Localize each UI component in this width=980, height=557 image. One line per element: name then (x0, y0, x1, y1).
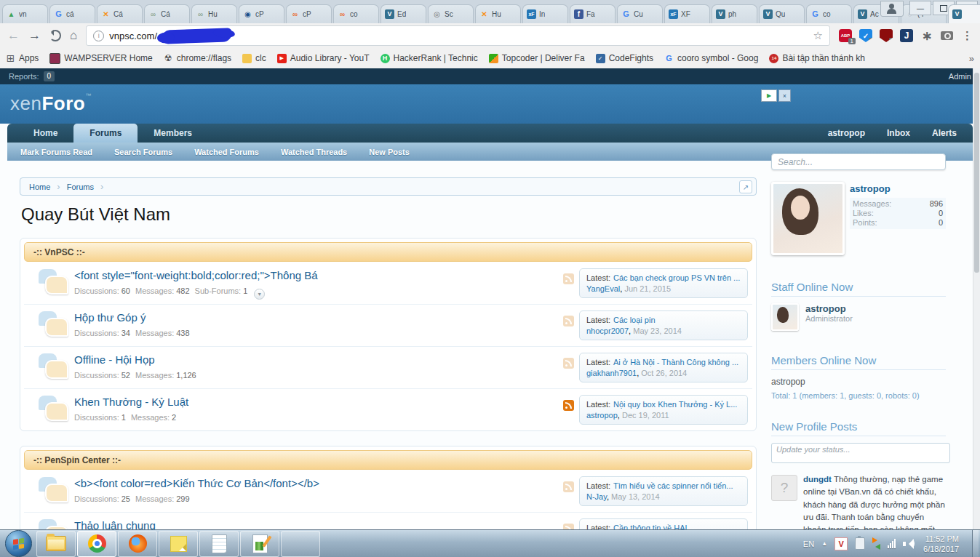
taskbar-journal-button[interactable] (240, 531, 279, 557)
browser-tab[interactable]: VEd (381, 4, 426, 23)
browser-tab[interactable]: ◉cP (239, 4, 284, 23)
bookmark-item[interactable]: WAMPSERVER Home (49, 53, 152, 64)
staff-username[interactable]: astropop (805, 303, 853, 314)
browser-tab[interactable]: ∞Cá (144, 4, 190, 23)
overflow-chevron-icon[interactable]: » (969, 53, 974, 64)
category-header[interactable]: -:: VnPSC ::- (24, 242, 752, 262)
profile-post-author[interactable]: dungdt (803, 475, 832, 484)
hidden-icons-arrow[interactable]: ▲ (821, 540, 827, 547)
bookmark-item[interactable]: ☢chrome://flags (164, 53, 231, 63)
bookmark-item[interactable]: ▶Audio Library - YouT (277, 53, 370, 63)
reload-icon[interactable] (49, 30, 61, 41)
rss-icon[interactable] (563, 273, 574, 284)
forum-title-link[interactable]: <font style="font-weight:bold;color:red;… (74, 269, 318, 281)
latest-user-link[interactable]: giakhanh7901 (586, 369, 637, 377)
browser-tab[interactable]: xFXF (664, 4, 710, 23)
language-indicator[interactable]: EN (803, 540, 814, 548)
forward-icon[interactable]: → (28, 28, 41, 43)
subforum-dropdown-icon[interactable]: ▼ (254, 289, 265, 300)
latest-thread-link[interactable]: Cần thông tin về HAL (613, 524, 690, 529)
browser-tab[interactable]: V× (948, 4, 980, 23)
rss-icon[interactable] (563, 358, 574, 369)
forum-title-link[interactable]: <b><font color=red>Kiến Thức Cơ Bản</fon… (74, 477, 319, 489)
home-icon[interactable]: ⌂ (70, 28, 77, 43)
signal-strength-icon[interactable] (888, 539, 896, 548)
status-update-input[interactable] (771, 443, 950, 463)
bookmark-item[interactable]: Topcoder | Deliver Fa (489, 53, 585, 63)
browser-tab[interactable]: xFIn (522, 4, 568, 23)
clock[interactable]: 11:52 PM 6/18/2017 (923, 534, 959, 554)
category-header[interactable]: -:: PenSpin Center ::- (24, 450, 752, 470)
browser-tab[interactable]: Gcá (49, 4, 95, 23)
nav-tab-home[interactable]: Home (17, 124, 73, 143)
ad-play-icon[interactable]: ▶ (761, 89, 777, 102)
question-avatar-icon[interactable]: ? (771, 475, 797, 501)
subnav-link[interactable]: New Posts (369, 148, 410, 156)
ublock-icon[interactable]: 3 (880, 29, 893, 42)
taskbar-chrome-button[interactable] (77, 531, 116, 557)
nav-link-inbox[interactable]: Inbox (887, 128, 910, 138)
search-input[interactable] (771, 153, 946, 170)
vietkey-icon[interactable]: V (834, 537, 848, 550)
member-name-link[interactable]: astropop (771, 377, 946, 387)
breadcrumb-expand-icon[interactable]: ↗ (739, 180, 752, 193)
latest-user-link[interactable]: N-Jay (586, 492, 607, 501)
start-button[interactable] (5, 530, 32, 557)
page-scrollbar[interactable] (973, 68, 980, 529)
address-bar[interactable]: i vnpsc.com/ ☆ (86, 25, 830, 46)
latest-thread-link[interactable]: Nội quy box Khen Thưởng - Kỷ L... (613, 400, 737, 409)
ad-close-icon[interactable]: × (778, 89, 791, 102)
avatar[interactable] (771, 303, 799, 331)
show-desktop-button[interactable] (972, 530, 979, 557)
browser-menu-icon[interactable]: ⋮ (962, 29, 973, 42)
volume-icon[interactable] (903, 539, 915, 549)
subnav-link[interactable]: Watched Forums (194, 148, 259, 156)
browser-tab[interactable]: ◎Sc (428, 4, 474, 23)
subnav-link[interactable]: Search Forums (114, 148, 172, 156)
latest-user-link[interactable]: YangEval (586, 284, 620, 293)
back-icon[interactable]: ← (7, 28, 20, 43)
forum-title-link[interactable]: Thảo luận chung (74, 519, 156, 529)
taskbar-explorer-button[interactable] (36, 531, 76, 557)
clipboard-icon[interactable] (855, 537, 865, 550)
browser-tab[interactable]: Vph (712, 4, 757, 23)
avatar[interactable] (771, 182, 845, 255)
rss-icon[interactable] (563, 481, 574, 492)
taskbar-firefox-button[interactable] (118, 531, 157, 557)
taskbar-notepad-button[interactable] (199, 531, 239, 557)
latest-thread-link[interactable]: Tìm hiểu về các spinner nổi tiến... (613, 481, 733, 490)
scrollbar-thumb[interactable] (974, 73, 979, 273)
browser-tab[interactable]: ∞co (333, 4, 379, 23)
rss-icon[interactable] (563, 524, 574, 529)
taskbar-sticky-notes-button[interactable] (159, 531, 198, 557)
minimize-button[interactable]: — (909, 1, 931, 15)
xenforo-logo[interactable]: xenForo™ (10, 92, 92, 115)
subnav-link[interactable]: Mark Forums Read (20, 148, 92, 156)
latest-user-link[interactable]: nhocpr2007 (586, 326, 629, 335)
bookmark-item[interactable]: 14Bài tập thần thánh kh (769, 53, 864, 63)
breadcrumb-item[interactable]: Home (29, 183, 50, 191)
latest-user-link[interactable]: astropop (586, 411, 618, 420)
bookmark-item[interactable]: ✓CodeFights (596, 53, 653, 63)
latest-thread-link[interactable]: Các loại pin (613, 316, 655, 324)
browser-tab[interactable]: ✕Hu (475, 4, 521, 23)
rss-icon[interactable] (563, 316, 574, 326)
browser-tab[interactable]: fFa (570, 4, 616, 23)
forum-title-link[interactable]: Hộp thư Góp ý (74, 311, 146, 324)
rss-icon[interactable] (563, 400, 574, 411)
j-app-icon[interactable]: J (900, 29, 913, 42)
nav-link-astropop[interactable]: astropop (828, 128, 865, 138)
adblock-plus-icon[interactable]: ABP1 (839, 29, 852, 42)
browser-tab[interactable]: ✕Cá (97, 4, 143, 23)
forum-title-link[interactable]: Khen Thưởng - Kỷ Luật (74, 396, 188, 408)
nav-tab-forums[interactable]: Forums (73, 124, 138, 143)
bookmark-star-icon[interactable]: ☆ (813, 29, 823, 42)
nav-tab-members[interactable]: Members (138, 124, 208, 143)
page-info-icon[interactable]: i (93, 31, 104, 41)
bookmark-item[interactable]: clc (242, 53, 266, 63)
browser-tab[interactable]: GCu (617, 4, 663, 23)
browser-tab[interactable]: ∞cP (286, 4, 332, 23)
bookmark-item[interactable]: Gcooro symbol - Goog (664, 53, 758, 63)
nav-link-alerts[interactable]: Alerts (932, 128, 957, 138)
admin-link[interactable]: Admin (949, 72, 971, 81)
